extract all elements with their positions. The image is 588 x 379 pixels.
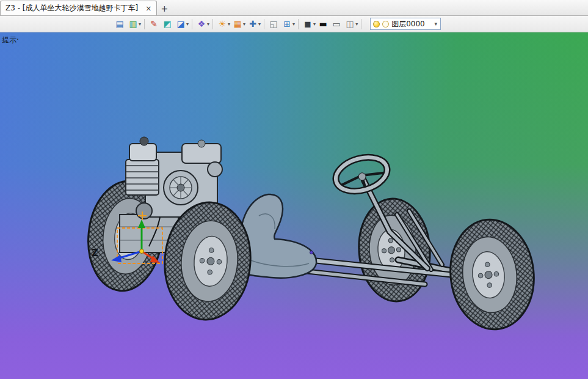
- layer-combo[interactable]: 图层0000 ▾: [370, 18, 441, 30]
- solid-extrude-icon[interactable]: ◩: [161, 18, 174, 31]
- print-icon[interactable]: ▥: [126, 18, 140, 31]
- application-window: Z3 - [成人单坐大轮沙漠雪地越野卡丁车] × + ▤ ▥ ▾ ✎ ◩ ◪ ▾…: [0, 0, 588, 379]
- open-file-icon[interactable]: ▤: [113, 18, 126, 31]
- grid-icon[interactable]: ⊞: [280, 18, 294, 31]
- move-icon[interactable]: ✚: [246, 18, 260, 31]
- assembly-icon[interactable]: ❖: [195, 18, 208, 31]
- layer-visibility-bulb-icon[interactable]: [373, 21, 380, 28]
- wheel-front-right[interactable]: [445, 215, 539, 333]
- tab-strip: Z3 - [成人单坐大轮沙漠雪地越野卡丁车] × +: [0, 0, 588, 16]
- dropdown-caret-icon[interactable]: ▾: [186, 21, 189, 27]
- solid-box-icon[interactable]: ◪: [174, 18, 187, 31]
- toolbar-separator: [361, 19, 361, 29]
- section-view-icon[interactable]: ◫: [343, 18, 357, 31]
- dropdown-caret-icon[interactable]: ▾: [313, 21, 316, 27]
- steering-wheel[interactable]: [332, 152, 391, 197]
- document-tab-title: Z3 - [成人单坐大轮沙漠雪地越野卡丁车]: [5, 3, 138, 13]
- dropdown-caret-icon[interactable]: ▾: [139, 21, 141, 27]
- dropdown-caret-icon[interactable]: ▾: [258, 21, 261, 27]
- new-tab-button[interactable]: +: [157, 2, 172, 15]
- triad-axis-label: Z: [92, 248, 98, 259]
- toolbar-separator: [144, 19, 145, 29]
- datum-point: [310, 251, 313, 254]
- line-width-icon[interactable]: ▬: [316, 18, 330, 31]
- viewport-icon[interactable]: ◱: [267, 18, 280, 31]
- dropdown-caret-icon[interactable]: ▾: [355, 21, 358, 27]
- dropdown-caret-icon[interactable]: ▾: [292, 21, 295, 27]
- dropdown-caret-icon[interactable]: ▾: [228, 21, 230, 27]
- dropdown-caret-icon[interactable]: ▾: [207, 21, 209, 27]
- toolbar-separator: [212, 19, 213, 29]
- layer-combo-value: 图层0000: [391, 19, 425, 29]
- main-toolbar: ▤ ▥ ▾ ✎ ◩ ◪ ▾ ❖ ▾ ☀ ▾ ▦ ▾ ✚ ▾ ◱ ⊞ ▾ ◼ ▾ …: [0, 16, 588, 32]
- sketch-pen-icon[interactable]: ✎: [147, 18, 161, 31]
- tab-close-icon[interactable]: ×: [145, 5, 151, 12]
- display-mode-icon[interactable]: ◼: [301, 18, 314, 31]
- document-tab[interactable]: Z3 - [成人单坐大轮沙漠雪地越野卡丁车] ×: [0, 1, 157, 15]
- viewport-canvas[interactable]: 提示·: [0, 32, 588, 379]
- color-wheel-icon[interactable]: ☀: [216, 18, 229, 31]
- background-color-icon[interactable]: ▭: [330, 18, 343, 31]
- layer-color-swatch[interactable]: [382, 21, 389, 28]
- toolbar-separator: [298, 19, 299, 29]
- dropdown-caret-icon[interactable]: ▾: [243, 21, 245, 27]
- toolbar-separator: [192, 19, 192, 29]
- seat[interactable]: [240, 194, 317, 278]
- model-canvas[interactable]: Z: [0, 32, 588, 379]
- toolbar-separator: [264, 19, 264, 29]
- texture-icon[interactable]: ▦: [231, 18, 244, 31]
- layer-combo-caret-icon[interactable]: ▾: [435, 21, 438, 27]
